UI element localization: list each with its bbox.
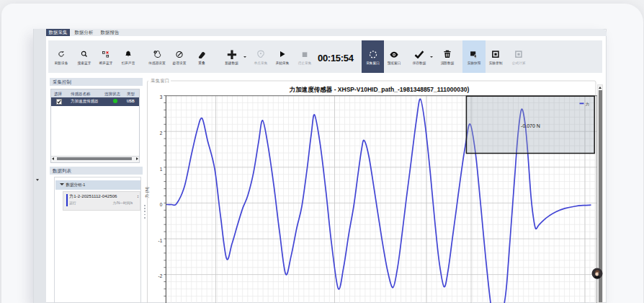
svg-text:2: 2 bbox=[160, 131, 163, 136]
svg-text:-1: -1 bbox=[158, 238, 163, 243]
svg-text:3: 3 bbox=[160, 95, 163, 100]
svg-text:采集窗口: 采集窗口 bbox=[151, 78, 170, 84]
svg-text:力: 力 bbox=[586, 102, 589, 106]
svg-text:-2: -2 bbox=[158, 273, 163, 278]
svg-text:力 [N]: 力 [N] bbox=[145, 187, 149, 198]
svg-text:0: 0 bbox=[160, 202, 163, 207]
svg-text:-0.070 N: -0.070 N bbox=[521, 123, 540, 128]
svg-text:力加速度传感器 - XHSP-V10HID_path_-19: 力加速度传感器 - XHSP-V10HID_path_-1981348857_1… bbox=[289, 86, 470, 93]
svg-text:1: 1 bbox=[160, 167, 163, 172]
